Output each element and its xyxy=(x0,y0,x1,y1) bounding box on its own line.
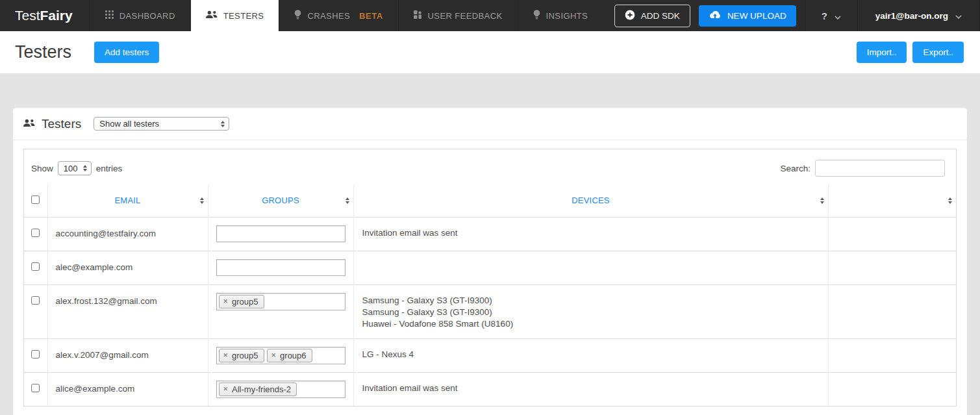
column-header-email[interactable]: EMAIL xyxy=(47,184,208,217)
row-checkbox[interactable] xyxy=(31,384,40,392)
select-all-header xyxy=(24,184,47,217)
groups-cell xyxy=(208,251,353,284)
row-checkbox[interactable] xyxy=(31,262,40,271)
device-line: LG - Nexus 4 xyxy=(362,349,820,360)
import-button[interactable]: Import.. xyxy=(857,42,907,63)
tester-filter-wrap: Show all testers xyxy=(94,117,229,131)
search-input[interactable] xyxy=(815,160,945,177)
extra-cell xyxy=(828,338,956,372)
navbar-right: ADD SDK NEW UPLOAD ? yair1@bar-on.org xyxy=(614,0,980,31)
groups-input[interactable]: ✕All-my-friends-2 xyxy=(216,381,346,398)
groups-input[interactable]: ✕group5 xyxy=(216,293,346,310)
account-email: yair1@bar-on.org xyxy=(875,11,948,21)
device-line: Huawei - Vodafone 858 Smart (U8160) xyxy=(362,318,820,330)
export-button[interactable]: Export.. xyxy=(912,42,964,63)
device-line: Invitation email was sent xyxy=(362,227,820,239)
page-header: Testers Add testers Import.. Export.. xyxy=(0,31,980,73)
row-select-cell xyxy=(24,217,47,251)
testers-table: EMAIL GROUPS DEVICES xyxy=(24,184,956,406)
row-select-cell xyxy=(24,372,47,406)
email-cell: accounting@testfairy.com xyxy=(47,217,208,251)
email-cell: alice@example.com xyxy=(47,372,208,406)
table-row: alec@example.com xyxy=(24,251,956,284)
logo-text-light: Test xyxy=(15,8,40,23)
tester-email: alice@example.com xyxy=(56,384,135,394)
group-tag[interactable]: ✕group5 xyxy=(219,295,264,308)
remove-tag-icon[interactable]: ✕ xyxy=(271,352,277,358)
group-tag-label: group5 xyxy=(232,297,258,307)
extra-cell xyxy=(828,372,956,406)
group-tag-label: All-my-friends-2 xyxy=(232,384,291,394)
people-icon xyxy=(23,118,42,130)
chevron-down-icon xyxy=(835,10,841,21)
cloud-upload-icon xyxy=(709,10,722,21)
tester-email: alex.frost.132@gmail.com xyxy=(56,296,157,306)
email-cell: alex.frost.132@gmail.com xyxy=(47,284,208,338)
panel-header: Testers Show all testers xyxy=(13,108,967,140)
help-menu[interactable]: ? xyxy=(805,0,857,31)
remove-tag-icon[interactable]: ✕ xyxy=(223,352,229,358)
devices-cell: LG - Nexus 4 xyxy=(353,338,828,372)
select-all-checkbox[interactable] xyxy=(31,195,40,204)
nav-item-dashboard[interactable]: DASHBOARD xyxy=(90,0,190,31)
new-upload-label: NEW UPLOAD xyxy=(727,11,786,21)
add-testers-button[interactable]: Add testers xyxy=(94,42,159,63)
groups-input[interactable] xyxy=(216,259,346,276)
page-body: Testers Show all testers Show 100 xyxy=(0,73,980,415)
panel-title: Testers xyxy=(42,117,81,131)
nav-item-crashes[interactable]: CRASHES BETA xyxy=(279,0,397,31)
logo-text-bold: Fairy xyxy=(40,8,73,23)
add-sdk-button[interactable]: ADD SDK xyxy=(614,5,690,27)
extra-cell xyxy=(828,217,956,251)
email-cell: alec@example.com xyxy=(47,251,208,284)
email-cell: alex.v.2007@gmail.com xyxy=(47,338,208,372)
panel-content: Show 100 entries Search: xyxy=(13,140,967,407)
column-header-label: DEVICES xyxy=(572,195,609,205)
groups-input[interactable] xyxy=(216,225,346,242)
device-line: Samsung - Galaxy S3 (GT-I9300) xyxy=(362,295,820,307)
chevron-down-icon xyxy=(955,11,962,21)
nav-item-insights[interactable]: INSIGHTS xyxy=(518,0,603,31)
device-line: Invitation email was sent xyxy=(362,383,820,394)
devices-cell: Invitation email was sent xyxy=(353,372,828,406)
sort-icon xyxy=(346,197,349,204)
search-control: Search: xyxy=(780,160,945,177)
people-icon xyxy=(206,10,218,21)
table-row: alex.frost.132@gmail.com ✕group5 Samsung… xyxy=(24,284,956,338)
table-body: accounting@testfairy.com Invitation emai… xyxy=(24,217,956,406)
tester-filter-select[interactable]: Show all testers xyxy=(94,117,229,131)
table-row: accounting@testfairy.com Invitation emai… xyxy=(24,217,956,251)
column-header-devices[interactable]: DEVICES xyxy=(353,184,828,217)
tester-email: alex.v.2007@gmail.com xyxy=(56,350,149,360)
new-upload-button[interactable]: NEW UPLOAD xyxy=(699,5,796,27)
search-label: Search: xyxy=(780,164,810,173)
feedback-blocks-icon xyxy=(414,10,422,21)
page-size-select[interactable]: 100 xyxy=(58,161,92,175)
row-checkbox[interactable] xyxy=(31,350,40,358)
row-select-cell xyxy=(24,338,47,372)
remove-tag-icon[interactable]: ✕ xyxy=(223,298,229,305)
row-checkbox[interactable] xyxy=(31,296,40,305)
tester-email: accounting@testfairy.com xyxy=(56,229,157,238)
group-tag[interactable]: ✕group6 xyxy=(267,349,312,362)
groups-cell: ✕group5✕group6 xyxy=(208,338,353,372)
group-tag[interactable]: ✕All-my-friends-2 xyxy=(219,383,297,396)
row-checkbox[interactable] xyxy=(31,229,40,237)
remove-tag-icon[interactable]: ✕ xyxy=(223,386,229,392)
groups-cell: ✕group5 xyxy=(208,284,353,338)
nav-item-testers[interactable]: TESTERS xyxy=(190,0,279,31)
devices-cell: Samsung - Galaxy S3 (GT-I9300)Samsung - … xyxy=(353,284,828,338)
page-size-wrap: 100 xyxy=(58,161,92,175)
group-tag[interactable]: ✕group5 xyxy=(219,349,264,362)
column-header-groups[interactable]: GROUPS xyxy=(208,184,353,217)
devices-cell: Invitation email was sent xyxy=(353,217,828,251)
account-menu[interactable]: yair1@bar-on.org xyxy=(857,0,980,31)
nav-label-crashes: CRASHES xyxy=(307,11,350,21)
column-header-extra[interactable] xyxy=(828,184,956,217)
grid-icon xyxy=(105,10,114,21)
groups-input[interactable]: ✕group5✕group6 xyxy=(216,347,346,364)
nav-item-user-feedback[interactable]: USER FEEDBACK xyxy=(398,0,518,31)
table-header-row: EMAIL GROUPS DEVICES xyxy=(24,184,956,217)
testfairy-logo[interactable]: TestFairy xyxy=(0,0,90,31)
plus-circle-icon xyxy=(625,10,635,22)
